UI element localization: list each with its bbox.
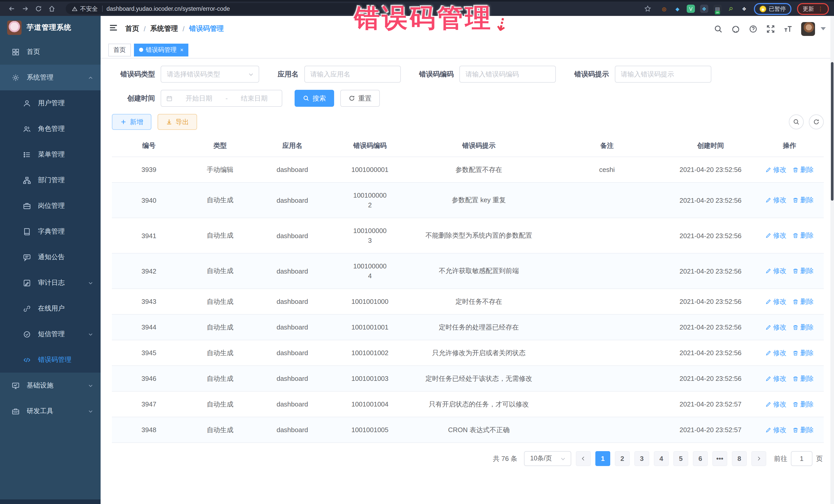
scrollbar-thumb[interactable] — [831, 62, 833, 201]
edit-link[interactable]: 修改 — [766, 323, 787, 332]
browser-reload-icon[interactable] — [32, 2, 45, 15]
paused-extension-pill[interactable]: 已暂停 — [754, 3, 791, 15]
next-page-button[interactable] — [751, 451, 766, 466]
delete-link[interactable]: 删除 — [793, 231, 814, 240]
error-hint-input[interactable] — [615, 66, 710, 82]
page-button-3[interactable]: 3 — [634, 451, 649, 466]
app-name-input[interactable] — [305, 66, 400, 82]
cell-memo — [548, 340, 666, 366]
breadcrumb-item[interactable]: 首页 — [125, 24, 139, 34]
page-button-5[interactable]: 5 — [673, 451, 688, 466]
page-size-select[interactable]: 10条/页 — [524, 451, 571, 466]
page-button-2[interactable]: 2 — [615, 451, 630, 466]
sidebar-footer — [0, 499, 101, 504]
tab-item[interactable]: 首页 — [108, 43, 131, 56]
edit-link[interactable]: 修改 — [766, 165, 787, 174]
page-button-8[interactable]: 8 — [732, 451, 747, 466]
page-button-1[interactable]: 1 — [595, 451, 610, 466]
page-button-4[interactable]: 4 — [654, 451, 669, 466]
sidebar-item-label: 在线用户 — [38, 304, 93, 313]
extensions-puzzle-icon[interactable]: ❖ — [740, 5, 748, 13]
create-time-range-picker[interactable]: 开始日期 - 结束日期 — [161, 90, 282, 107]
sidebar-item-dept-management[interactable]: 部门管理 — [0, 167, 101, 193]
page-button-6[interactable]: 6 — [693, 451, 708, 466]
sidebar-item-post-management[interactable]: 岗位管理 — [0, 193, 101, 219]
fullscreen-icon[interactable] — [766, 24, 775, 33]
page-scrollbar[interactable] — [830, 16, 834, 504]
edit-link[interactable]: 修改 — [766, 297, 787, 306]
hamburger-icon[interactable] — [109, 23, 118, 35]
search-icon[interactable] — [714, 24, 723, 33]
refresh-table-button[interactable] — [809, 114, 824, 129]
delete-link[interactable]: 删除 — [793, 196, 814, 205]
search-button[interactable]: 搜索 — [294, 90, 334, 107]
sidebar-item-dict-management[interactable]: 字典管理 — [0, 219, 101, 244]
sidebar-item-sms-management[interactable]: 短信管理 — [0, 321, 101, 347]
sidebar-item-dev-tools[interactable]: 研发工具 — [0, 398, 101, 424]
browser-menu-icon[interactable]: ⋮ — [817, 6, 823, 11]
export-button[interactable]: 导出 — [158, 114, 197, 130]
breadcrumb-item[interactable]: 系统管理 — [150, 24, 178, 34]
table-row: 3942自动生成dashboard100100000 4不允许获取敏感配置到前端… — [112, 253, 824, 289]
sidebar-item-online-users[interactable]: 在线用户 — [0, 295, 101, 321]
extension-blue-gem-icon[interactable]: ◆ — [673, 5, 682, 13]
cell-app: dashboard — [254, 366, 331, 391]
delete-link[interactable]: 删除 — [793, 348, 814, 357]
delete-link[interactable]: 删除 — [793, 399, 814, 409]
browser-update-button[interactable]: 更新 ⋮ — [797, 3, 829, 15]
edit-link[interactable]: 修改 — [766, 266, 787, 276]
close-icon[interactable]: × — [180, 47, 183, 53]
add-button[interactable]: 新增 — [112, 114, 151, 130]
avatar[interactable] — [801, 22, 815, 36]
tab-active[interactable]: 错误码管理× — [134, 43, 189, 56]
help-icon[interactable] — [749, 24, 758, 33]
sidebar-item-user-management[interactable]: 用户管理 — [0, 90, 101, 116]
delete-link[interactable]: 删除 — [793, 266, 814, 276]
goto-page-input[interactable] — [791, 451, 812, 466]
sidebar-item-menu-management[interactable]: 菜单管理 — [0, 141, 101, 167]
extension-orange-ring-icon[interactable]: ◎ — [660, 5, 668, 13]
avatar-caret-icon[interactable] — [821, 27, 826, 30]
edit-link[interactable]: 修改 — [766, 348, 787, 357]
edit-link[interactable]: 修改 — [766, 196, 787, 205]
browser-back-icon[interactable] — [5, 2, 19, 15]
edit-link[interactable]: 修改 — [766, 399, 787, 409]
delete-link[interactable]: 删除 — [793, 297, 814, 306]
not-secure-warning-icon — [72, 6, 78, 12]
show-search-toggle-button[interactable] — [789, 114, 804, 129]
delete-link[interactable]: 删除 — [793, 323, 814, 332]
delete-icon — [793, 401, 799, 407]
page-ellipsis[interactable]: ••• — [712, 451, 727, 466]
delete-link[interactable]: 删除 — [793, 425, 814, 435]
calendar-icon — [166, 95, 172, 101]
sidebar-item-notice-announcement[interactable]: 通知公告 — [0, 244, 101, 270]
table-row: 3946自动生成dashboard1001001003定时任务已经处于该状态，无… — [112, 366, 824, 391]
extension-grid-icon[interactable]: ❖ — [700, 5, 708, 13]
vue-devtools-icon[interactable]: V — [687, 5, 695, 13]
sidebar-item-system-management[interactable]: 系统管理 — [0, 65, 101, 90]
edit-link[interactable]: 修改 — [766, 231, 787, 240]
prev-page-button[interactable] — [576, 451, 591, 466]
edit-link[interactable]: 修改 — [766, 425, 787, 435]
error-type-select[interactable]: 请选择错误码类型 — [161, 66, 259, 83]
delete-link[interactable]: 删除 — [793, 165, 814, 174]
browser-home-icon[interactable] — [45, 2, 59, 15]
tampermonkey-icon[interactable]: ▤on — [714, 5, 722, 13]
error-code-input[interactable] — [460, 66, 555, 82]
address-bar[interactable]: 不安全 dashboard.yudao.iocoder.cn/system/er… — [66, 3, 379, 14]
table-row: 3943自动生成dashboard1001001000定时任务不存在2021-0… — [112, 289, 824, 314]
github-icon[interactable] — [731, 24, 740, 33]
extension-key-icon[interactable]: ⚲ — [725, 3, 737, 14]
edit-link[interactable]: 修改 — [766, 374, 787, 383]
delete-link[interactable]: 删除 — [793, 374, 814, 383]
sidebar-item-infrastructure[interactable]: 基础设施 — [0, 373, 101, 398]
browser-forward-icon[interactable] — [19, 2, 32, 15]
sidebar-item-home[interactable]: 首页 — [0, 39, 101, 65]
reset-button[interactable]: 重置 — [340, 90, 380, 107]
bookmark-star-icon[interactable] — [641, 2, 654, 15]
sidebar-item-label: 审计日志 — [38, 278, 88, 287]
sidebar-item-audit-log[interactable]: 审计日志 — [0, 270, 101, 295]
sidebar-item-error-code-management[interactable]: 错误码管理 — [0, 347, 101, 373]
sidebar-item-role-management[interactable]: 角色管理 — [0, 116, 101, 141]
font-size-icon[interactable] — [784, 24, 792, 33]
